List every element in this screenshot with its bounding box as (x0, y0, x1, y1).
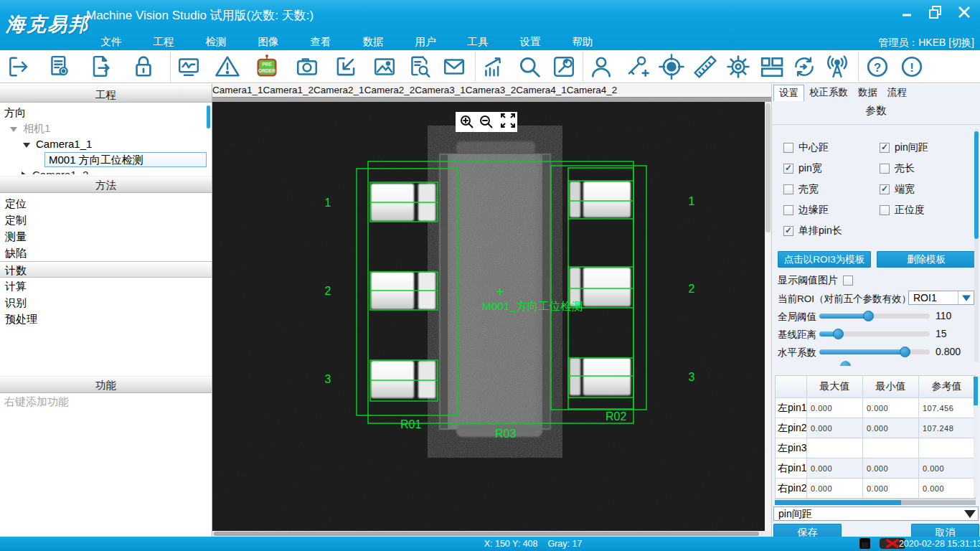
statistics-icon[interactable] (479, 52, 508, 81)
menu-item[interactable]: 图像 (258, 35, 279, 49)
import-icon[interactable] (331, 52, 360, 81)
tools-box-icon[interactable] (550, 52, 578, 81)
baseline-slider[interactable] (819, 331, 930, 336)
menu-item[interactable]: 查看 (310, 35, 331, 49)
right-tab[interactable]: 数据 (853, 85, 882, 101)
document-search-icon[interactable] (405, 52, 434, 81)
exit-icon[interactable] (4, 52, 33, 81)
camera-icon[interactable] (293, 52, 321, 81)
mail-icon[interactable] (440, 52, 468, 81)
minimize-button[interactable] (898, 4, 915, 20)
stop-icon[interactable] (859, 538, 871, 551)
expand-icon[interactable] (23, 143, 30, 148)
checkbox-icon[interactable] (880, 164, 890, 174)
user-icon[interactable] (587, 52, 616, 81)
slider-thumb[interactable] (863, 311, 874, 321)
tree-item-camera-group[interactable]: 相机1 (10, 122, 50, 136)
threshold-slider[interactable] (819, 314, 930, 319)
expand-icon[interactable] (10, 127, 17, 132)
checkbox-icon[interactable] (783, 164, 793, 174)
table-row[interactable]: 右pin20.000 0.0000.000 (776, 479, 975, 499)
camera-tab[interactable]: Camera3_1 (415, 84, 466, 97)
settings-gear-icon[interactable] (724, 52, 753, 81)
delete-template-button[interactable]: 删除模板 (877, 251, 976, 268)
checkbox-icon[interactable] (783, 143, 793, 153)
roi-select[interactable]: ROI1 (908, 291, 974, 305)
menu-item[interactable]: 工程 (153, 35, 174, 49)
param-checkbox[interactable]: 单排pin长 (783, 225, 842, 237)
checkbox-icon[interactable] (783, 226, 793, 236)
help-icon[interactable]: ? (863, 52, 892, 81)
slider-thumb[interactable] (833, 329, 844, 339)
show-threshold-checkbox[interactable]: 显示阈值图片 (778, 274, 853, 287)
menu-item[interactable]: 工具 (467, 35, 489, 49)
image-icon[interactable] (370, 52, 399, 81)
checkbox-icon[interactable] (880, 143, 890, 153)
measure-select[interactable]: pin间距 (773, 507, 979, 521)
param-checkbox[interactable]: pin间距 (880, 141, 928, 154)
monitor-signal-icon[interactable] (174, 52, 203, 81)
menu-item[interactable]: 帮助 (572, 35, 593, 49)
partial-slider-thumb[interactable] (840, 361, 851, 366)
tree-item-camera[interactable]: Camera1_1 (23, 138, 92, 150)
image-horizontal-scrollbar[interactable] (212, 531, 771, 537)
antenna-icon[interactable] (823, 52, 852, 81)
menu-item[interactable]: 数据 (362, 35, 384, 49)
param-checkbox[interactable]: pin宽 (783, 162, 822, 175)
key-add-icon[interactable] (623, 52, 651, 81)
tree-item-root[interactable]: 方向 (4, 106, 26, 120)
document-settings-icon[interactable] (45, 52, 74, 81)
param-checkbox[interactable]: 端宽 (880, 183, 915, 196)
info-icon[interactable]: ! (897, 52, 926, 81)
target-icon[interactable] (657, 52, 686, 81)
restore-button[interactable] (927, 4, 944, 20)
right-tab[interactable]: 流程 (882, 85, 912, 101)
layout-panels-icon[interactable] (757, 52, 786, 81)
close-button[interactable] (956, 4, 973, 20)
switch-user-link[interactable]: [切换] (948, 37, 974, 48)
warning-icon[interactable] (213, 52, 242, 81)
method-item[interactable]: 识别 (0, 294, 212, 311)
table-row[interactable]: 左pin3 (776, 438, 975, 458)
search-icon[interactable] (515, 52, 544, 81)
camera-tab[interactable]: Camera3_2 (466, 84, 517, 97)
param-checkbox[interactable]: 壳宽 (783, 183, 819, 196)
param-checkbox[interactable]: 正位度 (880, 204, 925, 217)
menu-item[interactable]: 用户 (415, 35, 436, 49)
menu-item[interactable]: 设置 (519, 35, 541, 49)
tree-item-module-selected[interactable]: M001 方向工位检测 (44, 152, 207, 167)
set-template-button[interactable]: 点击以ROI3为模板 (778, 251, 871, 268)
sync-icon[interactable] (790, 52, 819, 81)
table-row[interactable]: 左pin20.000 0.000107.248 (776, 418, 975, 438)
tree-scrollbar[interactable] (207, 105, 210, 128)
right-tab[interactable]: 校正系数 (804, 85, 853, 101)
param-checkbox[interactable]: 边缘距 (783, 204, 829, 217)
ruler-icon[interactable] (691, 52, 720, 81)
camera-tab[interactable]: Camera1_2 (263, 84, 314, 97)
image-viewport[interactable]: 1 2 3 1 2 3 R01 R02 R03 + M001_方向工位检测 (212, 102, 765, 531)
horizontal-coef-slider[interactable] (819, 349, 930, 354)
camera-tab[interactable]: Camera4_1 (516, 84, 567, 97)
camera-tab[interactable]: Camera2_2 (364, 84, 415, 97)
method-item[interactable]: 缺陷 (0, 245, 212, 261)
checkbox-icon[interactable] (880, 205, 890, 215)
checkbox-icon[interactable] (843, 276, 853, 286)
checkbox-icon[interactable] (880, 184, 890, 194)
chevron-down-icon[interactable] (958, 291, 974, 304)
slider-thumb[interactable] (900, 347, 910, 357)
table-row[interactable]: 右pin10.000 0.0000.000 (776, 458, 975, 479)
menu-item[interactable]: 文件 (100, 35, 122, 49)
image-vertical-scrollbar[interactable] (765, 102, 771, 531)
camera-tab[interactable]: Camera4_2 (567, 84, 618, 97)
camera-tab[interactable]: Camera2_1 (314, 84, 364, 97)
method-item[interactable]: 预处理 (0, 311, 212, 327)
menu-item[interactable]: 检测 (205, 35, 227, 49)
collapsed-icon[interactable] (22, 171, 27, 174)
param-checkbox[interactable]: 中心距 (783, 141, 829, 154)
tree-item-partial[interactable]: Camera1_2 (22, 169, 201, 174)
method-item[interactable]: 计算 (0, 278, 212, 294)
method-item[interactable]: 测量 (0, 228, 212, 245)
chevron-down-icon[interactable] (962, 507, 978, 520)
lock-icon[interactable] (129, 52, 158, 81)
checkbox-icon[interactable] (783, 205, 793, 215)
